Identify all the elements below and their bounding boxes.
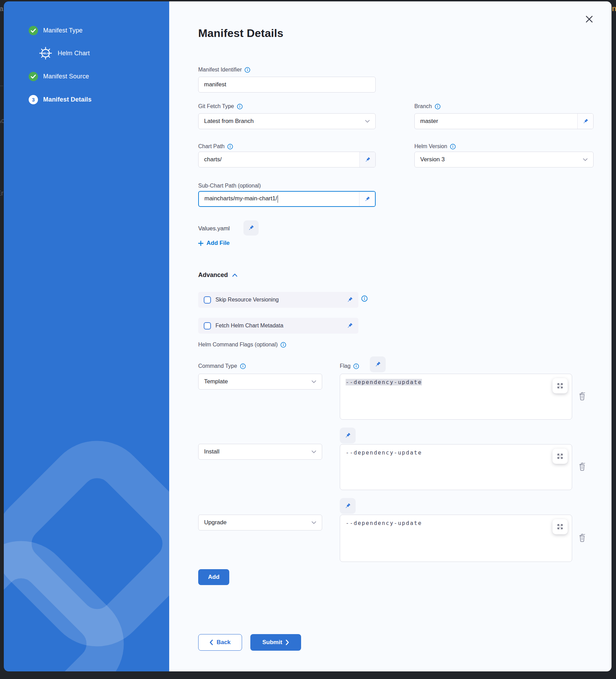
- chevron-down-icon: [365, 120, 370, 123]
- chevron-up-icon: [232, 273, 238, 277]
- field-label: Manifest Identifier: [198, 67, 242, 73]
- values-file-label: Values.yaml: [198, 225, 230, 232]
- skip-resource-versioning-checkbox[interactable]: [204, 296, 211, 304]
- chevron-left-icon: [210, 640, 213, 645]
- flag-pin-button-3[interactable]: [340, 498, 356, 514]
- manifest-details-panel: Manifest Details Manifest Identifier man…: [169, 1, 612, 671]
- harness-logo-watermark: [4, 440, 169, 671]
- git-fetch-type-label-row: Git Fetch Type: [198, 102, 243, 111]
- add-flag-button[interactable]: Add: [198, 569, 229, 585]
- backdrop-text-fragment: fa: [0, 5, 3, 13]
- chevron-down-icon: [311, 521, 316, 524]
- fetch-helm-chart-metadata-checkbox[interactable]: [204, 322, 211, 329]
- info-icon[interactable]: [240, 363, 246, 369]
- chevron-right-icon: [286, 640, 289, 645]
- text-cursor: [278, 195, 278, 203]
- manifest-identifier-input[interactable]: manifest: [198, 77, 376, 93]
- flag-pin-button[interactable]: [370, 356, 386, 372]
- toggle-label: Skip Resource Versioning: [215, 297, 342, 303]
- field-label: Flag: [340, 363, 350, 369]
- add-file-label: Add File: [206, 240, 230, 247]
- chart-path-input[interactable]: charts/: [198, 152, 376, 168]
- step-number-badge: 3: [29, 95, 38, 104]
- check-circle-icon: [29, 26, 38, 35]
- info-icon[interactable]: [361, 295, 368, 302]
- wizard-step-manifest-type[interactable]: Manifest Type: [29, 26, 83, 35]
- field-label: Helm Version: [414, 143, 447, 150]
- wizard-step-manifest-source[interactable]: Manifest Source: [29, 72, 89, 81]
- flag-pin-button-2[interactable]: [340, 428, 356, 443]
- toggle-label: Fetch Helm Chart Metadata: [215, 323, 342, 329]
- expand-button[interactable]: [552, 378, 568, 393]
- step-label: Manifest Details: [43, 96, 92, 103]
- sub-chart-path-label-row: Sub-Chart Path (optional): [198, 182, 261, 190]
- pushpin-icon: [248, 225, 254, 231]
- command-type-select-1[interactable]: Template: [198, 374, 322, 390]
- backdrop-text-fragment: Er: [0, 189, 3, 197]
- field-label: Helm Command Flags (optional): [198, 342, 278, 348]
- submit-button[interactable]: Submit: [250, 634, 301, 651]
- back-button[interactable]: Back: [198, 634, 242, 651]
- command-type-value: Template: [199, 378, 311, 385]
- pushpin-icon: [365, 157, 370, 163]
- advanced-section-toggle[interactable]: Advanced: [198, 271, 238, 279]
- git-fetch-type-select[interactable]: Latest from Branch: [198, 113, 376, 129]
- add-file-button[interactable]: Add File: [198, 240, 230, 247]
- expand-button[interactable]: [552, 519, 568, 534]
- delete-flag-button-2[interactable]: [578, 461, 586, 471]
- field-label: Chart Path: [198, 143, 224, 150]
- expand-icon: [557, 523, 564, 530]
- info-icon[interactable]: [450, 144, 456, 150]
- delete-flag-button-1[interactable]: [578, 391, 586, 401]
- chevron-down-icon: [583, 158, 588, 161]
- chart-path-label-row: Chart Path: [198, 142, 233, 151]
- plus-icon: [198, 241, 203, 246]
- info-icon[interactable]: [244, 67, 250, 73]
- info-icon[interactable]: [237, 104, 243, 109]
- values-file-pin-button[interactable]: [243, 220, 259, 236]
- info-icon[interactable]: [353, 363, 359, 369]
- sub-chart-path-input[interactable]: maincharts/my-main-chart1/: [198, 191, 376, 207]
- pushpin-icon[interactable]: [347, 323, 353, 329]
- field-label: Branch: [414, 103, 432, 109]
- expand-icon: [557, 382, 564, 389]
- pushpin-icon: [345, 432, 351, 439]
- info-icon[interactable]: [435, 104, 441, 109]
- pushpin-icon[interactable]: [347, 297, 353, 303]
- chart-path-value: charts/: [199, 156, 359, 163]
- wizard-sidebar: Manifest Type HELM: [4, 1, 169, 671]
- flag-textarea-2[interactable]: --dependency-update: [340, 444, 572, 490]
- expand-button[interactable]: [552, 449, 568, 464]
- expand-icon: [557, 453, 564, 460]
- command-type-select-3[interactable]: Upgrade: [198, 515, 322, 530]
- branch-input[interactable]: master: [414, 113, 594, 129]
- helm-command-flags-label-row: Helm Command Flags (optional): [198, 341, 286, 349]
- pushpin-icon: [364, 196, 370, 202]
- pushpin-icon: [583, 118, 588, 124]
- close-button[interactable]: [584, 14, 594, 24]
- info-icon[interactable]: [280, 342, 286, 348]
- manifest-identifier-value: manifest: [199, 81, 375, 88]
- close-icon: [586, 16, 593, 23]
- info-icon[interactable]: [227, 144, 233, 150]
- pin-button[interactable]: [359, 192, 375, 206]
- pin-button[interactable]: [359, 152, 375, 167]
- field-label: Command Type: [198, 363, 237, 369]
- delete-flag-button-3[interactable]: [578, 533, 586, 542]
- svg-text:HELM: HELM: [42, 52, 50, 55]
- command-type-select-2[interactable]: Install: [198, 444, 322, 460]
- wizard-step-helm-chart[interactable]: HELM Helm Chart: [38, 46, 90, 61]
- flag-textarea-1[interactable]: --dependency-update: [340, 374, 572, 420]
- flag-value: --dependency-update: [346, 379, 422, 385]
- back-button-label: Back: [216, 639, 231, 646]
- helm-version-select[interactable]: Version 3: [414, 152, 594, 168]
- fetch-helm-chart-metadata-row: Fetch Helm Chart Metadata: [198, 318, 358, 334]
- flag-label-row: Flag: [340, 362, 359, 370]
- flag-textarea-3[interactable]: --dependency-update: [340, 515, 572, 562]
- flag-value: --dependency-update: [346, 449, 422, 456]
- branch-label-row: Branch: [414, 102, 441, 111]
- wizard-step-manifest-details[interactable]: 3 Manifest Details: [29, 95, 92, 104]
- submit-button-label: Submit: [262, 639, 282, 646]
- step-label: Manifest Type: [43, 27, 83, 34]
- pin-button[interactable]: [577, 114, 593, 129]
